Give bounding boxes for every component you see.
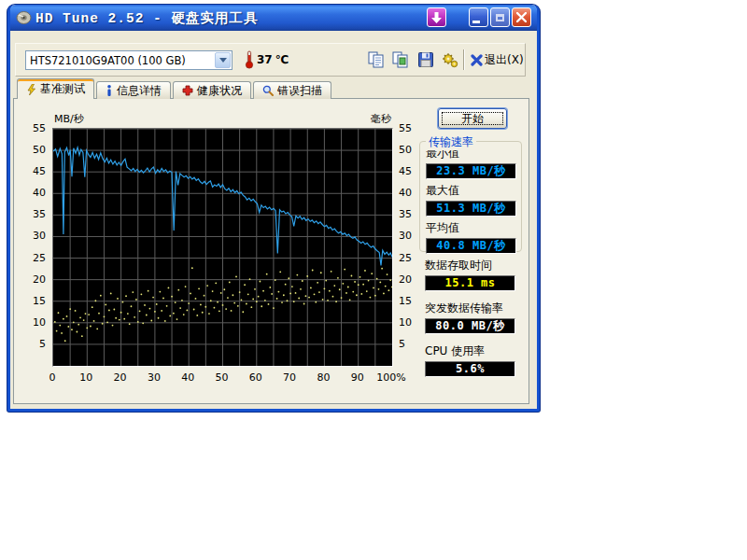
download-arrow-icon — [431, 12, 442, 23]
y-tick-label-right: 45 — [399, 165, 412, 177]
y-tick-label-left: 10 — [33, 316, 46, 329]
window-title: HD Tune 2.52 - 硬盘实用工具 — [35, 9, 259, 27]
benchmark-chart — [52, 128, 393, 367]
close-icon — [516, 12, 527, 22]
hd-tune-window: HD Tune 2.52 - 硬盘实用工具 HTS — [7, 5, 540, 412]
y-tick-label-right: 25 — [399, 252, 412, 264]
left-axis-label: MB/秒 — [54, 112, 84, 126]
transfer-rate-group: 传输速率 最小值 23.3 MB/秒 最大值 51.3 MB/秒 平均值 40.… — [419, 141, 522, 252]
x-tick-label: 0 — [49, 371, 56, 384]
x-tick-label: 30 — [148, 371, 161, 384]
y-tick-label-right: 55 — [399, 122, 412, 134]
y-tick-label-left: 5 — [39, 338, 46, 350]
download-arrow-button[interactable] — [427, 7, 446, 27]
tab-bar: 基准测试 信息详情 健康状况 — [17, 78, 333, 99]
minimize-icon — [472, 21, 480, 23]
toolbar: HTS721010G9AT00 (100 GB) 37 ℃ — [15, 43, 526, 77]
tab-benchmark[interactable]: 基准测试 — [17, 78, 94, 99]
tab-label: 信息详情 — [117, 83, 162, 99]
copy-image-icon — [392, 51, 409, 68]
exit-label: 退出(X) — [485, 52, 524, 68]
benchmark-chart-canvas — [53, 129, 392, 366]
health-icon — [182, 85, 193, 96]
temperature-display: 37 ℃ — [245, 49, 289, 70]
info-icon — [106, 85, 113, 96]
y-tick-label-right: 10 — [399, 316, 412, 329]
avg-label: 平均值 — [426, 220, 521, 236]
tab-error-scan[interactable]: 错误扫描 — [253, 81, 331, 99]
client-area: HTS721010G9AT00 (100 GB) 37 ℃ — [10, 31, 537, 409]
transfer-rate-group-title: 传输速率 — [426, 134, 476, 150]
y-tick-label-right: 5 — [399, 338, 405, 350]
save-screenshot-button[interactable] — [415, 49, 437, 71]
drive-select-dropdown-button[interactable] — [215, 52, 231, 68]
results-panel: 开始 传输速率 最小值 23.3 MB/秒 最大值 51.3 MB/秒 平均值 … — [419, 99, 527, 405]
y-tick-label-left: 50 — [33, 144, 46, 156]
drive-select[interactable]: HTS721010G9AT00 (100 GB) — [25, 50, 233, 70]
y-tick-label-left: 15 — [33, 295, 46, 307]
access-time-value: 15.1 ms — [425, 275, 515, 291]
exit-x-icon — [471, 54, 483, 66]
burst-rate-label: 突发数据传输率 — [425, 301, 527, 316]
start-button[interactable]: 开始 — [438, 108, 507, 129]
temperature-value: 37 — [257, 53, 273, 66]
temperature-unit: ℃ — [275, 53, 289, 66]
x-tick-label: 100% — [376, 371, 405, 384]
error-scan-icon — [262, 85, 274, 96]
options-button[interactable] — [439, 49, 461, 71]
minimize-button[interactable] — [469, 7, 488, 27]
close-button[interactable] — [512, 7, 531, 27]
extra-metrics: 数据存取时间 15.1 ms 突发数据传输率 80.0 MB/秒 CPU 使用率… — [419, 258, 527, 377]
thermometer-icon — [245, 50, 254, 69]
copy-text-button[interactable] — [365, 49, 388, 71]
y-tick-label-right: 50 — [399, 144, 412, 156]
y-tick-label-left: 30 — [33, 230, 46, 242]
maximize-icon — [496, 14, 504, 21]
cpu-usage-label: CPU 使用率 — [425, 343, 527, 359]
hard-disk-icon — [16, 10, 32, 25]
y-tick-label-right: 35 — [399, 208, 412, 220]
tab-label: 健康状况 — [197, 83, 242, 99]
chevron-down-icon — [219, 58, 227, 63]
min-value: 23.3 MB/秒 — [426, 163, 516, 179]
titlebar-buttons — [425, 7, 531, 27]
burst-rate-value: 80.0 MB/秒 — [425, 318, 515, 334]
maximize-button[interactable] — [490, 7, 510, 27]
exit-button[interactable]: 退出(X) — [471, 49, 524, 71]
y-tick-label-left: 20 — [33, 273, 46, 286]
benchmark-tab-page: MB/秒 毫秒 开始 传输速率 最小值 23.3 MB/秒 最大值 — [13, 98, 529, 404]
x-tick-label: 90 — [351, 371, 364, 384]
y-tick-label-left: 45 — [33, 165, 46, 177]
tab-label: 基准测试 — [40, 81, 85, 97]
x-tick-label: 40 — [181, 371, 194, 384]
y-tick-label-left: 35 — [33, 208, 46, 220]
x-tick-label: 60 — [249, 371, 262, 384]
y-tick-label-left: 25 — [33, 252, 46, 264]
y-tick-label-left: 55 — [33, 122, 46, 134]
y-tick-label-right: 30 — [399, 230, 412, 242]
x-tick-label: 10 — [79, 371, 92, 384]
y-tick-label-right: 40 — [399, 187, 412, 199]
tab-info[interactable]: 信息详情 — [96, 81, 171, 99]
avg-value: 40.8 MB/秒 — [426, 238, 516, 254]
y-tick-label-right: 20 — [399, 273, 412, 286]
tab-health[interactable]: 健康状况 — [173, 81, 251, 99]
max-label: 最大值 — [426, 183, 521, 199]
x-tick-label: 20 — [114, 371, 127, 384]
x-tick-label: 70 — [283, 371, 296, 384]
titlebar[interactable]: HD Tune 2.52 - 硬盘实用工具 — [10, 5, 537, 31]
tab-label: 错误扫描 — [277, 83, 322, 99]
focus-rect — [442, 112, 503, 125]
toolbar-separator — [463, 49, 465, 70]
copy-image-button[interactable] — [389, 49, 412, 71]
benchmark-icon — [26, 84, 36, 95]
cpu-usage-value: 5.6% — [425, 361, 515, 377]
access-time-label: 数据存取时间 — [425, 258, 527, 273]
max-value: 51.3 MB/秒 — [426, 201, 516, 217]
options-gears-icon — [442, 51, 459, 69]
copy-text-icon — [368, 51, 385, 68]
y-tick-label-right: 15 — [399, 295, 412, 307]
x-tick-label: 50 — [216, 371, 229, 384]
x-tick-label: 80 — [317, 371, 330, 384]
save-icon — [417, 51, 434, 68]
